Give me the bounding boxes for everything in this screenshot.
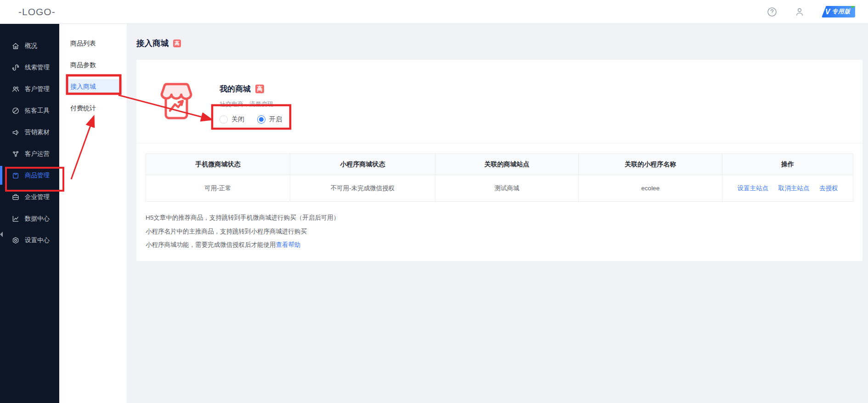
logo: -LOGO- [18, 6, 56, 17]
radio-option-on[interactable]: 开启 [257, 115, 282, 124]
cell-actions: 设置主站点 取消主站点 去授权 [722, 175, 853, 202]
sidebar-item-label: 企业管理 [25, 193, 50, 201]
sidebar-item-settings-center[interactable]: 设置中心 [0, 229, 59, 251]
home-icon [11, 42, 20, 50]
sidebar-item-label: 客户管理 [25, 85, 50, 93]
radio-off-icon[interactable] [220, 115, 228, 124]
note-text: 小程序商城功能，需要完成微信授权后才能使用 [146, 241, 276, 248]
sidebar-item-customers[interactable]: 客户管理 [0, 78, 59, 100]
primary-sidebar: 概况 线索管理 客户管理 拓客工具 营销素材 [0, 24, 59, 403]
set-main-site-link[interactable]: 设置主站点 [738, 185, 769, 192]
gear-icon [11, 236, 20, 244]
radio-off-label: 关闭 [231, 115, 244, 124]
sidebar-item-label: 线索管理 [25, 63, 50, 72]
mall-card-bottom: 手机微商城状态 小程序商城状态 关联的商城站点 关联的小程序名称 操作 可用-正… [136, 143, 862, 261]
storefront-icon [155, 80, 197, 123]
megaphone-icon [11, 128, 20, 136]
edition-badge[interactable]: V 专用版 [822, 6, 855, 17]
table-header: 操作 [722, 154, 853, 175]
go-authorize-link[interactable]: 去授权 [819, 185, 838, 192]
user-icon[interactable] [794, 6, 805, 17]
sidebar-item-overview[interactable]: 概况 [0, 35, 59, 57]
help-icon[interactable] [767, 6, 778, 17]
note-line: 小程序商城功能，需要完成微信授权后才能使用查看帮助 [146, 238, 853, 252]
table-header: 关联的小程序名称 [579, 154, 722, 175]
cell-phone-mall-status: 可用-正常 [146, 175, 290, 202]
table-header: 手机微商城状态 [146, 154, 290, 175]
mall-switch-radio-group: 关闭 开启 [220, 115, 295, 124]
mall-card: 我的商城 高 社交电商，流量变现 关闭 开启 [136, 60, 862, 261]
mall-subtitle: 社交电商，流量变现 [220, 100, 295, 108]
cancel-main-site-link[interactable]: 取消主站点 [778, 185, 810, 192]
sidebar-item-products[interactable]: 商品管理 [0, 165, 59, 186]
sidebar-item-data-center[interactable]: 数据中心 [0, 208, 59, 229]
radio-on-label: 开启 [269, 115, 282, 124]
prospecting-tools-icon [11, 107, 20, 115]
sidebar-item-leads[interactable]: 线索管理 [0, 57, 59, 78]
sidebar-item-label: 拓客工具 [25, 107, 50, 115]
table-row: 可用-正常 不可用-未完成微信授权 测试商城 ecolee 设置主站点 取消主站… [146, 175, 853, 202]
clue-route-icon [11, 63, 20, 72]
sidebar-item-label: 客户运营 [25, 150, 50, 158]
sidebar-item-enterprise[interactable]: 企业管理 [0, 186, 59, 208]
page-title: 接入商城 [136, 38, 169, 49]
table-header: 关联的商城站点 [435, 154, 579, 175]
cell-linked-mall-site: 测试商城 [435, 175, 579, 202]
notes: H5文章中的推荐商品，支持跳转到手机微商城进行购买（开启后可用） 小程序名片中的… [146, 211, 853, 252]
premium-badge: 高 [255, 85, 264, 93]
shopping-bag-icon [11, 171, 20, 180]
radio-on-icon[interactable] [257, 115, 265, 124]
edition-badge-label: 专用版 [832, 8, 851, 16]
premium-badge: 高 [173, 40, 181, 47]
cell-miniprogram-mall-status: 不可用-未完成微信授权 [290, 175, 435, 202]
data-chart-icon [11, 215, 20, 223]
mall-title: 我的商城 [220, 84, 251, 94]
sidebar-item-label: 设置中心 [25, 236, 50, 244]
top-bar: -LOGO- V 专用版 [0, 0, 868, 24]
sidebar-item-label: 营销素材 [25, 128, 50, 136]
pen-mark-icon [851, 3, 857, 8]
radio-option-off[interactable]: 关闭 [220, 115, 244, 124]
subnav-item-product-list[interactable]: 商品列表 [66, 36, 123, 51]
subnav-item-payment-stats[interactable]: 付费统计 [66, 101, 123, 116]
mall-card-top: 我的商城 高 社交电商，流量变现 关闭 开启 [136, 60, 862, 143]
note-line: H5文章中的推荐商品，支持跳转到手机微商城进行购买（开启后可用） [146, 211, 853, 225]
main-content: 接入商城 高 我的商城 高 社交电商，流量变现 [127, 24, 868, 403]
cell-linked-miniprogram-name: ecolee [579, 175, 722, 202]
sidebar-item-label: 数据中心 [25, 215, 50, 223]
sidebar-item-customer-operations[interactable]: 客户运营 [0, 143, 59, 165]
subnav-item-mall-access[interactable]: 接入商城 [66, 79, 123, 95]
briefcase-icon [11, 193, 20, 201]
sidebar-item-marketing-materials[interactable]: 营销素材 [0, 121, 59, 143]
note-line: 小程序名片中的主推商品，支持跳转到小程序商城进行购买 [146, 225, 853, 238]
customers-icon [11, 85, 20, 93]
sidebar-item-prospecting-tools[interactable]: 拓客工具 [0, 100, 59, 121]
subnav-item-product-params[interactable]: 商品参数 [66, 57, 123, 73]
mall-status-table: 手机微商城状态 小程序商城状态 关联的商城站点 关联的小程序名称 操作 可用-正… [146, 153, 853, 202]
sidebar-collapse-icon[interactable] [0, 232, 3, 237]
customer-operations-icon [11, 150, 20, 158]
secondary-sidebar: 商品列表 商品参数 接入商城 付费统计 [59, 24, 127, 403]
sidebar-item-label: 概况 [25, 42, 37, 50]
table-header: 小程序商城状态 [290, 154, 435, 175]
view-help-link[interactable]: 查看帮助 [276, 241, 301, 248]
page-header: 接入商城 高 [136, 24, 862, 49]
edition-v-mark: V [825, 8, 830, 16]
sidebar-item-label: 商品管理 [25, 171, 50, 180]
